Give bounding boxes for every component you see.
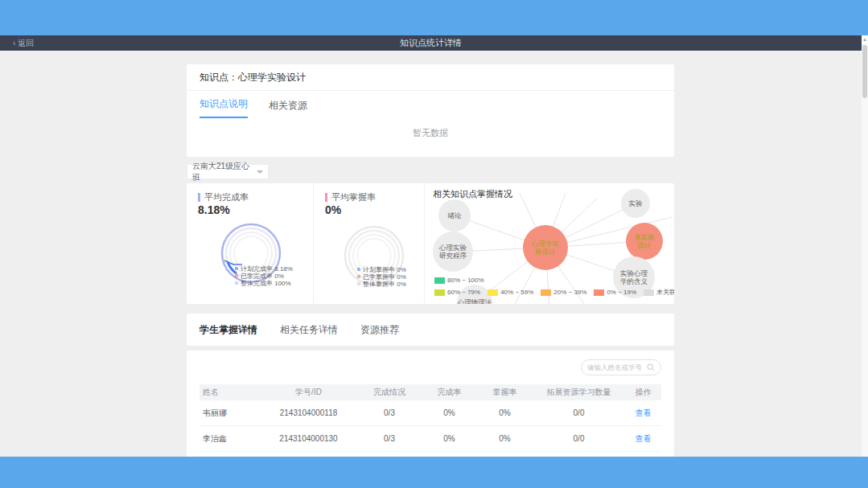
table-header-cell: 掌握率 [477,387,533,398]
table-body: 韦丽娜21431040001180/30%0%0/0查看李治鑫214310400… [200,400,661,452]
legend-swatch [594,289,604,296]
legend-label: 20% ~ 39% [553,289,586,296]
mastery-legend: 计划掌握率 0%已学掌握率 0%整体掌握率 0% [357,266,406,288]
knowledge-tabs: 知识点说明相关资源 [187,91,674,118]
legend-swatch [487,289,498,296]
legend-swatch [434,289,445,296]
table-cell-action: 查看 [625,408,661,419]
tab-knowledge-0[interactable]: 知识点说明 [200,97,248,118]
graph-node-label: 实验心理学的含义 [620,269,648,285]
graph-title: 相关知识点掌握情况 [433,188,512,200]
app-header: ‹ 返回 知识点统计详情 [0,35,862,51]
legend-marker-icon [235,281,238,285]
legend-label: 80% ~ 100% [447,277,484,284]
completion-panel: 平均完成率 8.18% 计划完成率 8.18%已学完成率 0%整体完成率 100… [187,183,314,304]
table-cell-id: 2143104000130 [260,434,357,443]
class-select-value: 云南大21级应心班 [192,161,257,183]
graph-legend-item: 20% ~ 39% [541,289,586,296]
scrollbar[interactable]: ▲ [862,35,868,457]
graph-legend-row: 80% ~ 100% [434,277,484,284]
tab-detail-2[interactable]: 资源推荐 [360,323,399,337]
graph-node-label: 实验 [629,199,644,207]
table-cell-resource: 0/0 [533,434,625,443]
knowledge-point-title: 知识点：心理学实验设计 [187,64,674,91]
table-cell-done: 0/3 [357,408,422,417]
table-cell-action: 查看 [625,433,661,445]
table-cell-mastery: 0% [477,408,533,417]
table-cell-resource: 0/0 [533,408,625,417]
mastery-title: 平均掌握率 [331,191,376,203]
table-row: 韦丽娜21431040001180/30%0%0/0查看 [200,400,661,426]
table-header-cell: 学号/ID [260,387,357,398]
legend-marker-icon [235,267,238,270]
mastery-value: 0% [325,203,341,216]
table-cell-rate: 0% [422,434,477,443]
legend-marker-icon [357,275,360,278]
legend-swatch [644,289,654,296]
search-icon[interactable] [647,363,655,371]
knowledge-graph-panel: 相关知识点掌握情况 绪论实验心理实验研究程序心理学实验设计准实验设计实验心理学的… [425,183,674,304]
legend-swatch [541,289,551,296]
mastery-panel: 平均掌握率 0% 计划掌握率 0%已学掌握率 0%整体掌握率 0% [314,183,425,304]
legend-item: 整体掌握率 0% [357,281,406,287]
graph-node-label: 心理物理法 [457,298,492,304]
graph-legend-item: 未关联学习数据 [644,288,674,297]
view-link[interactable]: 查看 [636,434,652,443]
knowledge-point-card: 知识点：心理学实验设计 知识点说明相关资源 暂无数据 [187,64,674,157]
table-header-cell: 姓名 [200,387,260,398]
table-cell-done: 0/3 [357,434,422,443]
legend-label: 60% ~ 79% [447,289,480,296]
graph-legend-row: 60% ~ 79%40% ~ 59%20% ~ 39%0% ~ 19%未关联学习… [434,288,674,297]
completion-value: 8.18% [198,203,230,216]
mastery-header: 平均掌握率 [325,191,376,203]
graph-legend-item: 40% ~ 59% [487,289,533,296]
student-table-card: 姓名学号/ID完成情况完成率掌握率拓展资源学习数量操作 韦丽娜214310400… [187,351,674,457]
table-header-cell: 操作 [625,387,661,398]
table-row: 李治鑫21431040001300/30%0%0/0查看 [200,426,661,452]
legend-label: 0% ~ 19% [607,289,636,296]
search-box [581,359,661,375]
graph-node-label: 心理实验研究程序 [438,244,467,260]
legend-label: 整体完成率 100% [241,279,291,288]
graph-node-label: 绪论 [448,211,463,219]
table-cell-id: 2143104000118 [260,408,357,417]
table-header-cell: 拓展资源学习数量 [533,387,625,398]
table-cell-name: 李治鑫 [200,433,260,445]
stats-card: 平均完成率 8.18% 计划完成率 8.18%已学完成率 0%整体完成率 100… [187,183,674,304]
table-header-cell: 完成情况 [357,387,422,398]
graph-node-label: 心理学实验设计 [531,240,559,256]
view-link[interactable]: 查看 [636,408,652,417]
search-input[interactable] [587,363,644,371]
table-header-cell: 完成率 [422,387,477,398]
table-header: 姓名学号/ID完成情况完成率掌握率拓展资源学习数量操作 [200,384,661,400]
scrollbar-thumb[interactable] [862,45,867,98]
accent-bar [325,193,327,202]
legend-label: 未关联学习数据 [656,288,674,297]
legend-item: 整体完成率 100% [235,280,293,286]
class-select[interactable]: 云南大21级应心班 [187,164,269,179]
legend-marker-icon [235,274,238,277]
graph-legend-item: 60% ~ 79% [434,289,480,296]
legend-marker-icon [357,268,360,271]
tab-detail-0[interactable]: 学生掌握详情 [200,323,257,337]
scroll-up-icon[interactable]: ▲ [862,35,868,43]
chevron-down-icon [257,170,263,174]
legend-swatch [434,277,445,284]
completion-title: 平均完成率 [204,191,249,203]
knowledge-point-label: 知识点： [200,72,238,83]
graph-legend-item: 0% ~ 19% [594,289,636,296]
table-cell-mastery: 0% [477,434,533,443]
table-cell-rate: 0% [422,408,477,417]
legend-label: 整体掌握率 0% [363,280,406,289]
empty-state-text: 暂无数据 [187,127,674,139]
tab-knowledge-1[interactable]: 相关资源 [269,99,307,118]
completion-header: 平均完成率 [198,191,249,203]
student-table: 姓名学号/ID完成情况完成率掌握率拓展资源学习数量操作 韦丽娜214310400… [200,384,661,452]
tab-detail-1[interactable]: 相关任务详情 [280,323,338,337]
detail-tabs-card: 学生掌握详情相关任务详情资源推荐 [187,314,674,346]
page-title: 知识点统计详情 [0,35,862,51]
graph-legend-item: 80% ~ 100% [434,277,484,284]
accent-bar [198,193,200,202]
knowledge-point-value: 心理学实验设计 [238,72,306,83]
table-cell-name: 韦丽娜 [200,408,260,419]
